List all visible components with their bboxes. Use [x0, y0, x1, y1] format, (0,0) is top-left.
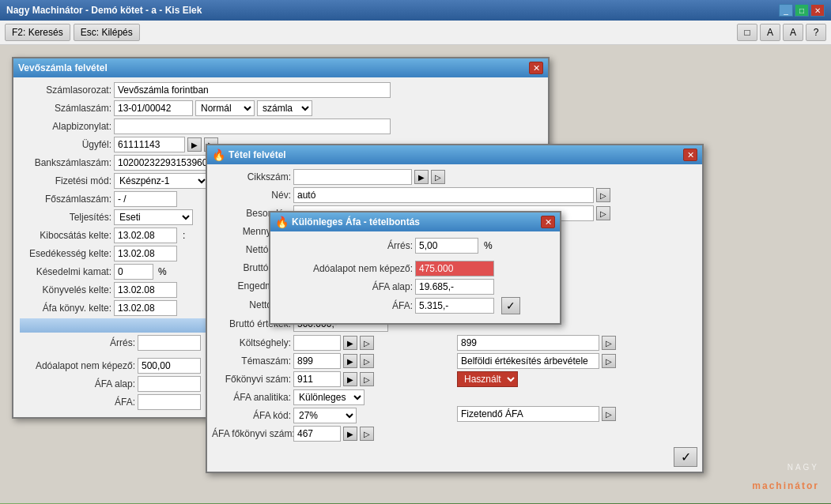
kibocsatas-input[interactable]: [114, 228, 177, 243]
szamlasorozat-input[interactable]: [114, 82, 391, 98]
adoalap-inner-input[interactable]: [138, 358, 201, 374]
ugyfel-input[interactable]: [114, 137, 185, 152]
esedekesseg-input[interactable]: [114, 246, 177, 261]
window-title: Nagy Machinátor - Demó kötet - a - Kis E…: [6, 5, 202, 16]
kulon-afa-input[interactable]: [415, 298, 494, 314]
fizetesi-mod-select[interactable]: Készpénz-1: [114, 173, 209, 189]
vevoszamla-close-button[interactable]: ✕: [529, 62, 543, 74]
tetel-confirm-button[interactable]: ✓: [674, 447, 697, 467]
temaszam-input[interactable]: [293, 353, 341, 369]
adoalap-inner-label: Adóalapot nem képező:: [17, 360, 135, 371]
koltseghelyNav1[interactable]: ▶: [343, 336, 357, 350]
afa-inner-input[interactable]: [138, 394, 201, 410]
alapbizonylat-row: Alapbizonylat:: [17, 118, 545, 134]
besorolas-nav[interactable]: ▷: [596, 206, 610, 220]
afa-inner-label: ÁFA:: [17, 397, 135, 408]
window-icon-button[interactable]: □: [737, 24, 757, 41]
afa-analitika-select[interactable]: Különleges: [293, 389, 365, 405]
exit-button[interactable]: Esc: Kilépés: [74, 24, 140, 41]
szamlaszam-suffix-select[interactable]: számla: [257, 100, 312, 116]
kulon-adoalap-label: Adóalapot nem képező:: [278, 263, 413, 274]
kulon-content: Árrés: % Adóalapot nem képező: ÁFA alap:…: [270, 231, 560, 323]
afa-analitika-right-select[interactable]: Használt: [457, 371, 518, 387]
bottom-left: Költséghely: ▶ ▷ Témaszám: ▶ ▷ Főkön: [212, 335, 452, 444]
koltseghelyLabel: Költséghely:: [212, 337, 291, 348]
afa-fok-input[interactable]: [293, 426, 341, 442]
toolbar: F2: Keresés Esc: Kilépés □ A A ?: [0, 21, 831, 45]
fokonyvi-input[interactable]: [293, 371, 341, 387]
koltseghelyRow: Költséghely: ▶ ▷: [212, 335, 452, 351]
kulon-title-text: Különleges Áfa - tételbontás: [292, 216, 420, 228]
kibocsatas-label: Kibocsátás kelte:: [17, 230, 111, 241]
szamlaszam-input[interactable]: [114, 100, 193, 116]
fokonyvi-nav2[interactable]: ▷: [360, 372, 374, 386]
konyvelesi-label: Könyvelés kelte:: [17, 284, 111, 295]
cikkszam-input[interactable]: [293, 169, 412, 185]
foszamlaszam-input[interactable]: [114, 191, 177, 207]
bottom-right: ▷ ▷ Használt: [457, 335, 697, 444]
kesedelmi-input[interactable]: [114, 264, 153, 280]
vevoszamla-title: Vevőszámla felvétel: [18, 62, 108, 73]
temaszam-right-nav[interactable]: ▷: [602, 336, 616, 350]
afa-fok-nav1[interactable]: ▶: [343, 427, 357, 441]
fokonyvi-nav1[interactable]: ▶: [343, 372, 357, 386]
cikkszam-nav2[interactable]: ▷: [431, 170, 445, 184]
temaszam-nav2[interactable]: ▷: [360, 354, 374, 368]
kulon-close-button[interactable]: ✕: [541, 216, 555, 228]
temaszam-right-input[interactable]: [457, 335, 599, 351]
arres-inner-input[interactable]: [138, 335, 201, 351]
afa-konyv-input[interactable]: [114, 300, 177, 316]
kulon-afa-row: ÁFA: ✓: [278, 297, 552, 314]
help-button[interactable]: ?: [806, 24, 826, 41]
fokonyvi-right-nav[interactable]: ▷: [602, 354, 616, 368]
kesedelmi-label: Késedelmi kamat:: [17, 266, 111, 277]
search-button[interactable]: F2: Keresés: [5, 24, 70, 41]
afa-kod-label: ÁFA kód:: [212, 410, 291, 421]
afa-fok-nav2[interactable]: ▷: [360, 427, 374, 441]
maximize-button[interactable]: □: [795, 4, 809, 17]
tetel-title-text: Tétel felvétel: [229, 149, 286, 160]
bankszamlaszam-label: Bankszámlaszám:: [17, 157, 111, 168]
konyvelesi-input[interactable]: [114, 282, 177, 298]
afa-alap-inner-input[interactable]: [138, 376, 201, 392]
szamlaszam-type-select[interactable]: Normál: [195, 100, 255, 116]
font-small-button[interactable]: A: [783, 24, 803, 41]
koltseghelyInput[interactable]: [293, 335, 341, 351]
nev-input[interactable]: [293, 187, 594, 203]
nev-nav[interactable]: ▷: [596, 188, 610, 202]
afa-kod-row: ÁFA kód: 27%: [212, 408, 452, 423]
close-button[interactable]: ✕: [810, 4, 825, 17]
kulon-arres-suffix: %: [481, 240, 493, 251]
alapbizonylat-input[interactable]: [114, 118, 391, 134]
kulon-afa-label: ÁFA:: [278, 300, 413, 311]
kulon-adoalap-input[interactable]: [415, 261, 494, 276]
font-large-button[interactable]: A: [760, 24, 780, 41]
kulon-arres-label: Árrés:: [278, 240, 413, 251]
fokonyvi-label: Főkönyvi szám:: [212, 374, 291, 385]
arres-inner-label: Árrés:: [17, 337, 135, 348]
cikkszam-nav1[interactable]: ▶: [414, 170, 429, 184]
kulon-confirm-button[interactable]: ✓: [501, 297, 520, 314]
szamlaszam-row: Számlaszám: Normál számla: [17, 100, 545, 116]
fokonyvi-right-row: ▷: [457, 353, 697, 369]
ugyfel-nav-button[interactable]: ▶: [187, 137, 202, 152]
tetel-close-button[interactable]: ✕: [683, 149, 697, 161]
afa-kod-select[interactable]: 27%: [293, 408, 357, 423]
toolbar-right: □ A A ?: [737, 24, 826, 41]
kulon-arres-row: Árrés: %: [278, 238, 552, 254]
esedekesseg-label: Esedékesség kelte:: [17, 248, 111, 259]
kulon-afa-alap-input[interactable]: [415, 279, 494, 295]
koltseghelyNav2[interactable]: ▷: [360, 336, 374, 350]
teljesites-select[interactable]: Eseti: [114, 209, 193, 225]
fokonyvi-right-input[interactable]: [457, 353, 599, 369]
ugyfel-label: Ügyfél:: [17, 139, 111, 150]
kulon-arres-input[interactable]: [415, 238, 478, 254]
afa-fok-right-nav[interactable]: ▷: [602, 407, 616, 421]
afa-fok-right-row: ▷: [457, 406, 697, 422]
afa-fok-right-input[interactable]: [457, 406, 599, 422]
minimize-button[interactable]: _: [779, 4, 793, 17]
vevoszamla-title-text: Vevőszámla felvétel: [18, 62, 108, 73]
tetel-title: 🔥 Tétel felvétel: [212, 149, 286, 161]
temaszam-nav1[interactable]: ▶: [343, 354, 357, 368]
title-bar: Nagy Machinátor - Demó kötet - a - Kis E…: [0, 0, 831, 21]
